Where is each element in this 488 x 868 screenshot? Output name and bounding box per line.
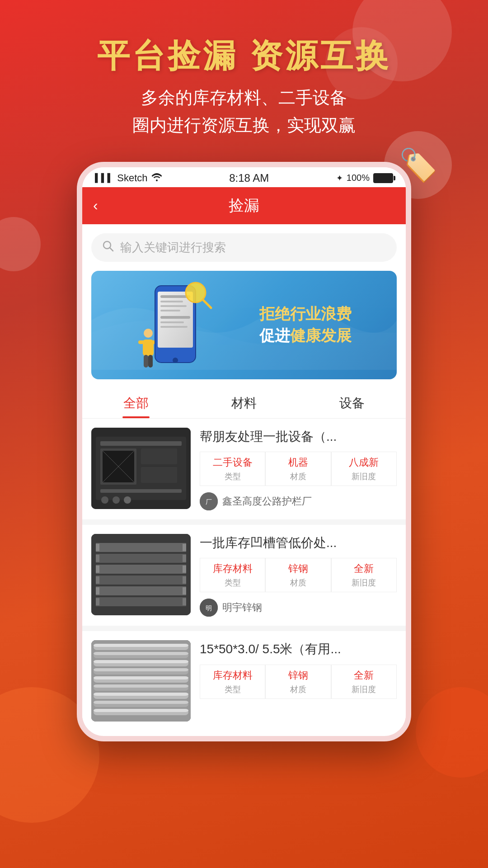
svg-rect-72 <box>94 693 188 696</box>
svg-rect-64 <box>94 660 188 663</box>
svg-rect-44 <box>96 566 99 573</box>
svg-rect-76 <box>94 709 188 712</box>
svg-rect-46 <box>96 576 186 585</box>
battery-icon <box>373 173 393 183</box>
page-title: 捡漏 <box>229 195 259 216</box>
svg-point-33 <box>124 496 131 504</box>
product-title-1: 帮朋友处理一批设备（... <box>200 428 397 445</box>
product-title-3: 15*50*3.0/ 5.5米（有用... <box>200 640 397 658</box>
back-button[interactable]: ‹ <box>93 197 98 214</box>
banner-text: 拒绝行业浪费 促进健康发展 <box>259 299 397 351</box>
tab-material[interactable]: 材料 <box>190 387 298 418</box>
product-tags-1: 二手设备 类型 机器 材质 八成新 新旧度 <box>200 452 397 486</box>
tag-condition-2: 全新 新旧度 <box>331 558 397 592</box>
product-info-1: 帮朋友处理一批设备（... 二手设备 类型 机器 材质 八成新 新旧度 <box>191 428 397 510</box>
tag-material-3: 锌钢 材质 <box>265 665 331 699</box>
svg-rect-70 <box>94 684 188 688</box>
svg-rect-40 <box>96 554 186 563</box>
svg-point-12 <box>173 358 178 363</box>
product-item-2[interactable]: 一批库存凹槽管低价处... 库存材料 类型 锌钢 材质 全新 新旧度 <box>82 525 406 626</box>
svg-rect-41 <box>96 555 99 562</box>
bluetooth-icon: ✦ <box>336 173 343 183</box>
product-title-2: 一批库存凹槽管低价处... <box>200 534 397 552</box>
hero-subtitle: 多余的库存材料、二手设备 圈内进行资源互换，实现双赢 <box>0 84 488 139</box>
equipment-image <box>91 428 191 509</box>
status-left: ▌▌▌ Sketch <box>95 172 162 184</box>
tag-type-2: 库存材料 类型 <box>200 558 265 592</box>
seller-name-2: 明宇锌钢 <box>222 601 262 614</box>
hero-title: 平台捡漏 资源互换 <box>0 36 488 75</box>
svg-line-1 <box>110 248 113 251</box>
svg-rect-23 <box>100 441 182 446</box>
tab-equipment[interactable]: 设备 <box>298 387 406 418</box>
banner-text-line1: 拒绝行业浪费 <box>259 303 388 325</box>
product-info-3: 15*50*3.0/ 5.5米（有用... 库存材料 类型 锌钢 材质 全新 新 <box>191 640 397 705</box>
product-seller-1: 厂 鑫圣高度公路护栏厂 <box>200 492 397 510</box>
tag-condition-3: 全新 新旧度 <box>331 665 397 699</box>
carrier-name: Sketch <box>117 172 147 184</box>
svg-line-14 <box>203 300 211 308</box>
wifi-icon <box>151 172 162 184</box>
channels-image <box>91 534 191 615</box>
status-bar: ▌▌▌ Sketch 8:18 AM ✦ 100% <box>82 167 406 187</box>
svg-rect-60 <box>94 644 188 647</box>
svg-rect-53 <box>96 598 99 605</box>
svg-rect-54 <box>183 598 186 605</box>
phone-mockup: ▌▌▌ Sketch 8:18 AM ✦ 100% ‹ 捡漏 <box>0 162 488 741</box>
search-bar[interactable]: 输入关键词进行搜索 <box>91 233 397 262</box>
status-right: ✦ 100% <box>336 173 393 183</box>
svg-rect-52 <box>96 597 186 606</box>
svg-rect-39 <box>183 544 186 551</box>
svg-rect-45 <box>183 566 186 573</box>
svg-rect-11 <box>160 326 188 328</box>
svg-point-32 <box>113 496 120 504</box>
tab-all[interactable]: 全部 <box>82 387 190 418</box>
category-tabs: 全部 材料 设备 <box>82 387 406 419</box>
promo-banner: 拒绝行业浪费 促进健康发展 <box>91 271 397 379</box>
product-item-1[interactable]: 帮朋友处理一批设备（... 二手设备 类型 机器 材质 八成新 新旧度 <box>82 419 406 519</box>
search-placeholder-text: 输入关键词进行搜索 <box>120 240 226 255</box>
signal-icon: ▌▌▌ <box>95 173 113 183</box>
product-list: 帮朋友处理一批设备（... 二手设备 类型 机器 材质 八成新 新旧度 <box>82 419 406 731</box>
banner-text-prefix: 促进 <box>259 327 290 344</box>
svg-rect-43 <box>96 565 186 574</box>
svg-rect-42 <box>183 555 186 562</box>
product-tags-2: 库存材料 类型 锌钢 材质 全新 新旧度 <box>200 558 397 592</box>
product-image-2 <box>91 534 191 615</box>
rods-image <box>91 640 191 722</box>
svg-rect-66 <box>94 668 188 671</box>
svg-rect-25 <box>141 448 177 464</box>
product-seller-2: 明 明宇锌钢 <box>200 599 397 617</box>
tag-material-2: 锌钢 材质 <box>265 558 331 592</box>
product-image-1 <box>91 428 191 509</box>
svg-rect-26 <box>141 467 177 483</box>
hero-section: 平台捡漏 资源互换 多余的库存材料、二手设备 圈内进行资源互换，实现双赢 <box>0 0 488 139</box>
seller-avatar-1: 厂 <box>200 492 218 510</box>
svg-rect-37 <box>96 543 186 552</box>
svg-rect-50 <box>96 587 99 594</box>
svg-text:厂: 厂 <box>206 498 212 505</box>
svg-rect-19 <box>144 355 148 368</box>
svg-text:明: 明 <box>206 604 212 612</box>
hero-subtitle-line1: 多余的库存材料、二手设备 <box>0 84 488 112</box>
status-time: 8:18 AM <box>229 172 269 184</box>
tag-material-1: 机器 材质 <box>265 452 331 486</box>
svg-rect-74 <box>94 701 188 704</box>
tag-type-3: 库存材料 类型 <box>200 665 265 699</box>
product-image-3 <box>91 640 191 722</box>
app-header: ‹ 捡漏 <box>82 187 406 224</box>
banner-illustration <box>91 271 259 379</box>
svg-rect-49 <box>96 586 186 595</box>
svg-point-31 <box>101 496 108 504</box>
svg-rect-8 <box>160 310 180 311</box>
product-item-3[interactable]: 15*50*3.0/ 5.5米（有用... 库存材料 类型 锌钢 材质 全新 新 <box>82 631 406 731</box>
svg-rect-48 <box>183 576 186 584</box>
svg-rect-62 <box>94 652 188 655</box>
tag-condition-1: 八成新 新旧度 <box>331 452 397 486</box>
svg-rect-10 <box>160 321 184 323</box>
svg-rect-47 <box>96 576 99 584</box>
svg-rect-38 <box>96 544 99 551</box>
tag-type-1: 二手设备 类型 <box>200 452 265 486</box>
product-info-2: 一批库存凹槽管低价处... 库存材料 类型 锌钢 材质 全新 新旧度 <box>191 534 397 617</box>
svg-rect-6 <box>160 301 183 302</box>
